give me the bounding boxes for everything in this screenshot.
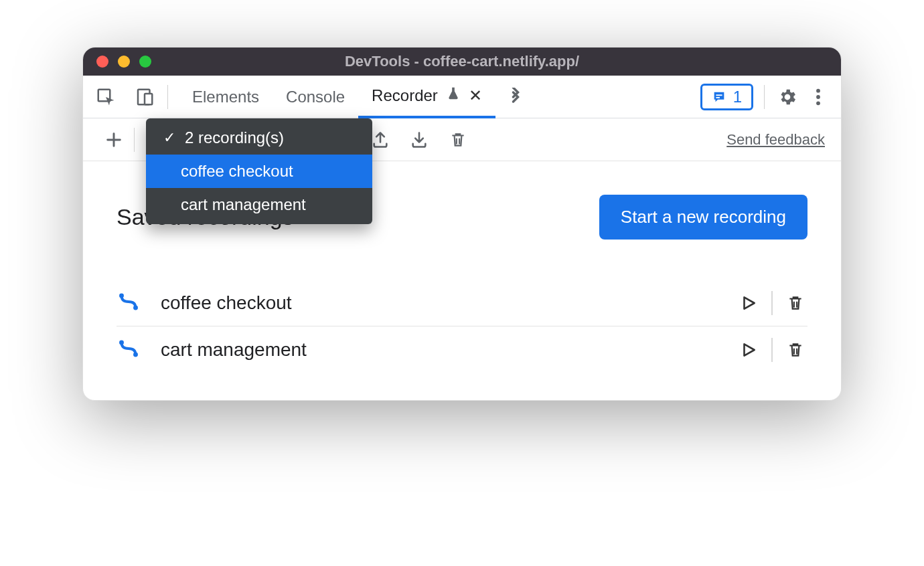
- import-icon[interactable]: [404, 130, 434, 149]
- kebab-menu-icon[interactable]: [806, 85, 830, 109]
- svg-point-11: [133, 353, 138, 357]
- recordings-list: coffee checkout: [117, 280, 807, 373]
- new-recording-icon[interactable]: [99, 130, 129, 149]
- issues-pill[interactable]: 1: [700, 84, 753, 110]
- recording-label: cart management: [161, 339, 716, 361]
- delete-recording-icon[interactable]: [783, 291, 807, 315]
- start-new-recording-button[interactable]: Start a new recording: [599, 195, 807, 240]
- settings-gear-icon[interactable]: [775, 85, 799, 109]
- window-zoom-dot[interactable]: [139, 56, 151, 68]
- flow-icon: [117, 337, 141, 363]
- delete-icon[interactable]: [443, 131, 473, 149]
- window-minimize-dot[interactable]: [118, 56, 130, 68]
- flask-icon: [446, 86, 461, 105]
- dropdown-item-cart-management[interactable]: cart management: [146, 188, 372, 221]
- close-tab-icon[interactable]: ✕: [469, 88, 482, 104]
- devtools-window: DevTools - coffee-cart.netlify.app/ Elem…: [82, 47, 842, 401]
- svg-point-6: [816, 95, 820, 99]
- play-recording-icon[interactable]: [737, 291, 761, 315]
- svg-rect-3: [716, 94, 722, 96]
- dropdown-header-label: 2 recording(s): [185, 128, 284, 147]
- devtools-tabstrip: Elements Console Recorder ✕: [83, 76, 841, 118]
- delete-recording-icon[interactable]: [783, 338, 807, 362]
- svg-point-9: [133, 305, 138, 310]
- dropdown-item-label: cart management: [181, 195, 306, 214]
- tab-console[interactable]: Console: [273, 76, 358, 118]
- recording-row[interactable]: coffee checkout: [117, 280, 807, 326]
- recording-label: coffee checkout: [161, 292, 716, 314]
- tab-console-label: Console: [286, 88, 345, 106]
- tab-elements-label: Elements: [192, 88, 259, 106]
- window-close-dot[interactable]: [96, 56, 108, 68]
- recordings-dropdown: 2 recording(s) coffee checkout cart mana…: [146, 118, 372, 224]
- svg-point-5: [816, 88, 820, 92]
- window-title: DevTools - coffee-cart.netlify.app/: [345, 53, 579, 70]
- svg-point-7: [816, 101, 820, 105]
- titlebar: DevTools - coffee-cart.netlify.app/: [83, 48, 841, 76]
- tab-recorder[interactable]: Recorder ✕: [358, 76, 495, 118]
- flow-icon: [117, 290, 141, 316]
- dropdown-item-label: coffee checkout: [181, 162, 293, 181]
- issues-count: 1: [733, 88, 742, 106]
- recording-row[interactable]: cart management: [117, 326, 807, 373]
- tab-recorder-label: Recorder: [372, 86, 438, 105]
- inspect-element-icon[interactable]: [94, 85, 118, 109]
- more-tabs-icon[interactable]: [504, 85, 528, 109]
- send-feedback-link[interactable]: Send feedback: [726, 131, 825, 149]
- svg-rect-4: [716, 97, 720, 98]
- recorder-toolbar: Send feedback 2 recording(s) coffee chec…: [83, 118, 841, 161]
- device-toolbar-icon[interactable]: [133, 85, 157, 109]
- dropdown-header[interactable]: 2 recording(s): [146, 121, 372, 155]
- dropdown-item-coffee-checkout[interactable]: coffee checkout: [146, 155, 372, 188]
- svg-rect-2: [145, 94, 152, 104]
- tab-elements[interactable]: Elements: [179, 76, 273, 118]
- play-recording-icon[interactable]: [737, 338, 761, 362]
- speech-bubble-icon: [712, 90, 726, 104]
